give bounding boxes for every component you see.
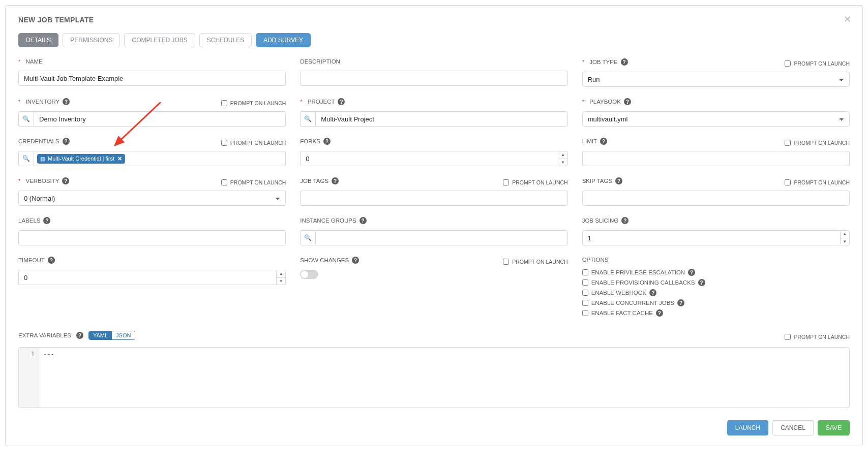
field-show-changes: SHOW CHANGES? PROMPT ON LAUNCH [300,257,567,320]
timeout-input[interactable] [18,270,276,285]
field-options: OPTIONS ENABLE PRIVILEGE ESCALATION? ENA… [582,257,850,320]
field-forks: FORKS? ▲▼ [300,138,567,166]
spin-down-icon[interactable]: ▼ [841,238,849,245]
search-icon[interactable]: 🔍 [300,111,315,127]
field-description: DESCRIPTION [300,58,567,87]
spin-up-icon[interactable]: ▲ [841,231,849,238]
field-instance-groups: INSTANCE GROUPS? 🔍 [300,217,567,245]
field-name: *NAME [18,58,286,87]
spin-down-icon[interactable]: ▼ [558,159,567,166]
pill-json[interactable]: JSON [112,331,135,339]
spin-down-icon[interactable]: ▼ [277,278,285,285]
prompt-credentials[interactable]: PROMPT ON LAUNCH [221,140,286,146]
help-icon[interactable]: ? [677,299,684,306]
playbook-select[interactable]: multivault.yml [582,111,850,127]
search-icon[interactable]: 🔍 [18,151,34,166]
pill-yaml[interactable]: YAML [89,331,112,339]
field-job-slicing: JOB SLICING? ▲▼ [582,217,850,245]
prompt-extra-vars[interactable]: PROMPT ON LAUNCH [785,334,850,340]
help-icon[interactable]: ? [600,138,607,145]
tab-bar: DETAILS PERMISSIONS COMPLETED JOBS SCHED… [18,33,850,47]
help-icon[interactable]: ? [656,309,663,317]
help-icon[interactable]: ? [360,217,367,224]
project-input[interactable] [315,111,567,127]
option-privilege-escalation[interactable]: ENABLE PRIVILEGE ESCALATION? [582,269,850,276]
field-playbook: *PLAYBOOK? multivault.yml [582,98,850,127]
instance-groups-input[interactable] [315,230,567,245]
tab-completed-jobs[interactable]: COMPLETED JOBS [124,33,195,47]
prompt-job-type[interactable]: PROMPT ON LAUNCH [785,60,850,67]
name-input[interactable] [18,71,286,86]
verbosity-select[interactable]: 0 (Normal) [18,191,286,206]
save-button[interactable]: SAVE [818,420,850,435]
credentials-input[interactable]: ▥ Multi-Vault Credential | first ✕ [34,151,286,166]
show-changes-toggle[interactable] [300,270,318,279]
prompt-limit[interactable]: PROMPT ON LAUNCH [785,140,850,146]
prompt-show-changes[interactable]: PROMPT ON LAUNCH [503,259,568,265]
tab-details[interactable]: DETAILS [18,33,58,47]
help-icon[interactable]: ? [323,138,331,145]
field-labels: LABELS? [18,217,286,245]
help-icon[interactable]: ? [76,332,83,339]
job-template-panel: NEW JOB TEMPLATE ✕ DETAILS PERMISSIONS C… [5,5,863,446]
labels-input[interactable] [18,230,286,245]
field-verbosity: *VERBOSITY? PROMPT ON LAUNCH 0 (Normal) [18,177,286,206]
prompt-verbosity[interactable]: PROMPT ON LAUNCH [221,179,286,185]
option-fact-cache[interactable]: ENABLE FACT CACHE? [582,309,850,317]
help-icon[interactable]: ? [63,98,70,105]
help-icon[interactable]: ? [352,257,359,264]
format-toggle: YAML JSON [88,331,135,340]
remove-credential-icon[interactable]: ✕ [117,155,122,162]
help-icon[interactable]: ? [649,289,656,296]
prompt-skip-tags[interactable]: PROMPT ON LAUNCH [785,179,850,185]
job-type-select[interactable]: Run [582,72,850,87]
prompt-job-tags[interactable]: PROMPT ON LAUNCH [503,179,568,185]
help-icon[interactable]: ? [621,58,628,66]
help-icon[interactable]: ? [621,217,628,224]
help-icon[interactable]: ? [624,98,631,105]
option-concurrent-jobs[interactable]: ENABLE CONCURRENT JOBS? [582,299,850,306]
description-input[interactable] [300,71,567,86]
field-inventory: *INVENTORY? PROMPT ON LAUNCH 🔍 [18,98,286,127]
search-icon[interactable]: 🔍 [18,111,34,127]
job-slicing-input[interactable] [582,230,840,245]
page-title: NEW JOB TEMPLATE [18,16,850,24]
editor-code[interactable]: --- [39,348,58,408]
option-webhook[interactable]: ENABLE WEBHOOK? [582,289,850,296]
skip-tags-input[interactable] [582,191,850,206]
help-icon[interactable]: ? [63,138,70,145]
limit-input[interactable] [582,151,850,166]
cancel-button[interactable]: CANCEL [772,420,814,435]
forks-input[interactable] [300,151,558,166]
close-icon[interactable]: ✕ [844,14,851,25]
field-limit: LIMIT? PROMPT ON LAUNCH [582,138,850,166]
help-icon[interactable]: ? [615,177,622,184]
option-provisioning-callbacks[interactable]: ENABLE PROVISIONING CALLBACKS? [582,279,850,286]
search-icon[interactable]: 🔍 [300,230,315,245]
field-credentials: CREDENTIALS? PROMPT ON LAUNCH 🔍 ▥ Multi-… [18,138,286,166]
help-icon[interactable]: ? [338,98,345,105]
spin-up-icon[interactable]: ▲ [558,151,567,159]
tab-schedules[interactable]: SCHEDULES [199,33,252,47]
job-tags-input[interactable] [300,191,567,206]
help-icon[interactable]: ? [332,177,339,184]
help-icon[interactable]: ? [698,279,705,286]
extra-vars-editor[interactable]: 1 --- [18,347,850,408]
help-icon[interactable]: ? [43,217,50,224]
editor-gutter: 1 [19,348,39,408]
inventory-input[interactable] [34,111,286,127]
spin-up-icon[interactable]: ▲ [277,270,285,278]
help-icon[interactable]: ? [48,257,55,264]
field-project: *PROJECT? 🔍 [300,98,567,127]
help-icon[interactable]: ? [62,177,69,184]
footer-actions: LAUNCH CANCEL SAVE const data = JSON.par… [18,420,850,435]
tab-add-survey[interactable]: ADD SURVEY [256,33,311,47]
launch-button[interactable]: LAUNCH [727,420,768,435]
credential-tag[interactable]: ▥ Multi-Vault Credential | first ✕ [37,154,125,164]
field-skip-tags: SKIP TAGS? PROMPT ON LAUNCH [582,177,850,206]
form-grid: *NAME DESCRIPTION *JOB TYPE? PROMPT ON L… [18,58,850,408]
vault-icon: ▥ [40,156,45,162]
tab-permissions[interactable]: PERMISSIONS [63,33,120,47]
prompt-inventory[interactable]: PROMPT ON LAUNCH [221,100,286,106]
help-icon[interactable]: ? [688,269,695,276]
